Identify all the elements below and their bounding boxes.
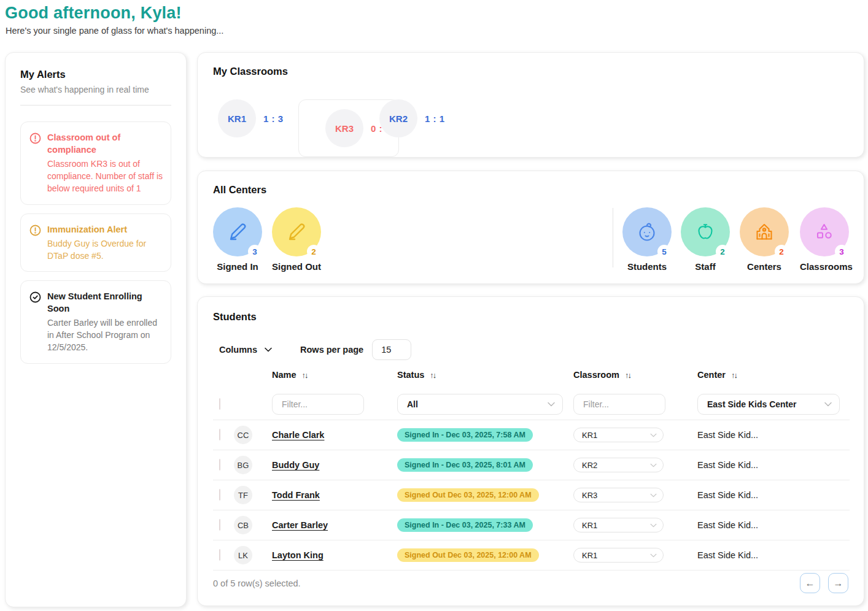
alert-title: Immunization Alert	[47, 223, 163, 236]
avatar: CC	[234, 426, 252, 444]
all-centers-card: All Centers 3 Signed In 2 Signed Out 5 S…	[197, 171, 864, 284]
alert-classroom-compliance[interactable]: Classroom out of compliance Classroom KR…	[20, 121, 171, 205]
col-classroom: Classroom ↑↓	[573, 370, 697, 380]
school-icon	[753, 221, 775, 243]
classroom-circle[interactable]: KR2	[379, 99, 417, 137]
chevron-down-icon	[824, 402, 832, 407]
stat-signed-out[interactable]: 2 Signed Out	[272, 207, 321, 272]
table-header-row: Name ↑↓ Status ↑↓ Classroom ↑↓ Center ↑↓	[213, 370, 850, 388]
classroom-select[interactable]: KR2	[573, 458, 664, 472]
chevron-down-icon	[650, 433, 657, 437]
sort-icon[interactable]: ↑↓	[430, 371, 435, 380]
classroom-select[interactable]: KR3	[573, 488, 664, 502]
chevron-down-icon	[650, 553, 657, 558]
stat-classrooms[interactable]: 3 Classrooms	[800, 207, 849, 272]
students-card: Students Columns Rows per page Name ↑↓	[197, 296, 864, 606]
alert-title: New Student Enrolling Soon	[47, 290, 163, 315]
status-badge: Signed Out Dec 03, 2025, 12:00 AM	[397, 488, 539, 502]
students-table: Name ↑↓ Status ↑↓ Classroom ↑↓ Center ↑↓	[213, 370, 850, 571]
row-checkbox[interactable]	[219, 489, 220, 501]
sort-icon[interactable]: ↑↓	[625, 371, 630, 380]
alert-new-student[interactable]: New Student Enrolling Soon Carter Barley…	[20, 280, 171, 364]
centers-divider	[613, 208, 613, 267]
shapes-icon	[813, 221, 835, 243]
classroom-circle[interactable]: KR3	[325, 109, 363, 147]
avatar: CB	[234, 516, 252, 534]
stat-signed-in[interactable]: 3 Signed In	[213, 207, 262, 272]
classroom-circle[interactable]: KR1	[218, 99, 256, 137]
table-row: LK Layton King Signed Out Dec 03, 2025, …	[213, 540, 850, 571]
alerts-subtitle: See what's happening in real time	[20, 85, 171, 94]
classroom-ratio: 1 : 1	[425, 113, 445, 124]
classroom-filter-input[interactable]	[573, 394, 665, 415]
alert-title: Classroom out of compliance	[47, 131, 163, 156]
table-row: BG Buddy Guy Signed In - Dec 03, 2025, 8…	[213, 450, 850, 480]
dashboard-page: Good afternoon, Kyla! Here's your single…	[0, 0, 868, 611]
status-filter-select[interactable]: All	[397, 394, 563, 415]
student-name-link[interactable]: Layton King	[272, 550, 324, 560]
prev-page-button[interactable]: ←	[800, 573, 820, 593]
name-filter-input[interactable]	[272, 394, 364, 415]
table-filter-row: All East Side Kids Center	[213, 388, 850, 420]
sort-icon[interactable]: ↑↓	[731, 371, 737, 380]
page-subtitle: Here's your single pane of glass for wha…	[6, 26, 223, 36]
row-checkbox[interactable]	[219, 549, 220, 561]
row-checkbox[interactable]	[219, 429, 220, 440]
table-row: CB Carter Barley Signed In - Dec 03, 202…	[213, 510, 850, 540]
page-title: Good afternoon, Kyla!	[5, 4, 182, 23]
pencil-icon	[227, 221, 249, 243]
row-checkbox[interactable]	[219, 519, 220, 531]
center-cell: East Side Kid...	[697, 520, 850, 530]
columns-dropdown[interactable]: Columns	[219, 345, 272, 355]
stat-centers[interactable]: 2 Centers	[740, 207, 789, 272]
table-row: CC Charle Clark Signed In - Dec 03, 2025…	[213, 420, 850, 450]
rows-per-page-input[interactable]	[372, 339, 411, 360]
avatar: TF	[234, 486, 252, 504]
center-cell: East Side Kid...	[697, 490, 850, 500]
classroom-select[interactable]: KR1	[573, 548, 664, 563]
centers-count: 2	[775, 245, 788, 258]
alert-body: Carter Barley will be enrolled in After …	[47, 317, 163, 354]
avatar: BG	[234, 456, 252, 474]
student-name-link[interactable]: Carter Barley	[272, 520, 328, 530]
students-title: Students	[213, 311, 257, 323]
my-alerts-card: My Alerts See what's happening in real t…	[5, 52, 187, 607]
stat-students[interactable]: 5 Students	[622, 207, 672, 272]
table-controls: Columns Rows per page	[219, 339, 411, 360]
signed-out-count: 2	[307, 245, 320, 258]
baby-icon	[636, 221, 658, 243]
staff-label: Staff	[681, 261, 730, 272]
classrooms-label: Classrooms	[800, 261, 849, 272]
next-page-button[interactable]: →	[828, 573, 848, 593]
row-checkbox[interactable]	[219, 459, 220, 471]
signed-in-label: Signed In	[213, 261, 262, 272]
center-cell: East Side Kid...	[697, 550, 850, 560]
classroom-select[interactable]: KR1	[573, 428, 664, 442]
center-filter-select[interactable]: East Side Kids Center	[697, 394, 840, 415]
alert-immunization[interactable]: Immunization Alert Buddy Guy is Overdue …	[20, 213, 171, 272]
table-footer: 0 of 5 row(s) selected. ← →	[213, 573, 848, 593]
col-name: Name ↑↓	[272, 370, 397, 380]
signed-in-count: 3	[248, 245, 262, 258]
classroom-kr1[interactable]: KR1 1 : 3	[218, 99, 284, 137]
stat-staff[interactable]: 2 Staff	[681, 207, 730, 272]
student-name-link[interactable]: Buddy Guy	[272, 460, 319, 470]
alert-body: Classroom KR3 is out of compliance. Numb…	[47, 158, 163, 195]
classroom-kr2[interactable]: KR2 1 : 1	[379, 99, 445, 137]
centers-label: Centers	[740, 261, 789, 272]
chevron-down-icon	[650, 463, 657, 467]
col-status: Status ↑↓	[397, 370, 573, 380]
sort-icon[interactable]: ↑↓	[302, 371, 308, 380]
status-badge: Signed In - Dec 03, 2025, 8:01 AM	[397, 458, 533, 472]
classrooms-count: 3	[835, 245, 848, 258]
student-name-link[interactable]: Charle Clark	[272, 430, 324, 440]
center-cell: East Side Kid...	[697, 430, 850, 440]
student-name-link[interactable]: Todd Frank	[272, 490, 320, 500]
alert-circle-icon	[29, 133, 41, 144]
chevron-down-icon	[548, 402, 555, 407]
my-classrooms-title: My Classrooms	[213, 66, 288, 77]
select-all-checkbox[interactable]	[219, 398, 220, 410]
check-circle-icon	[29, 291, 41, 303]
classroom-select[interactable]: KR1	[573, 518, 664, 532]
status-badge: Signed Out Dec 03, 2025, 12:00 AM	[397, 548, 539, 562]
